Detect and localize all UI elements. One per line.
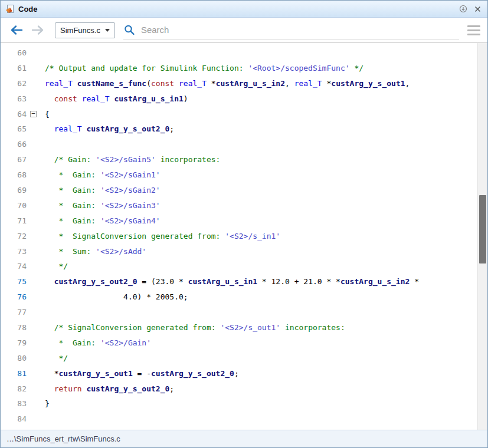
code-token: custArg_y_s_out2_0: [86, 124, 169, 133]
code-line[interactable]: 62real_T custName_s_func(const real_T *c…: [1, 76, 477, 91]
line-number: 60: [1, 45, 27, 61]
code-token: * Gain:: [45, 170, 100, 179]
code-line[interactable]: 75 custArg_y_s_out2_0 = (23.0 * custArg_…: [1, 274, 477, 289]
line-number: 65: [1, 121, 27, 137]
code-line[interactable]: 61/* Output and update for Simulink Func…: [1, 61, 477, 76]
file-selector[interactable]: SimFuncs.c: [55, 22, 115, 38]
code-token: *: [207, 79, 216, 88]
code-token: ;: [169, 384, 174, 393]
fold-gutter: [27, 381, 45, 397]
code-token: ;: [234, 369, 239, 378]
dock-pin-icon[interactable]: [458, 4, 469, 14]
status-file-path: …\SimFuncs_ert_rtw\SimFuncs.c: [6, 434, 120, 443]
close-icon[interactable]: [472, 4, 483, 14]
line-number: 61: [1, 61, 27, 76]
code-text: */: [45, 351, 68, 366]
block-link[interactable]: '<Root>/scopedSimFunc': [248, 64, 349, 73]
fold-toggle-icon[interactable]: −: [30, 111, 37, 117]
block-link[interactable]: '<S2>/sAdd': [96, 247, 146, 256]
fold-gutter: [27, 198, 45, 213]
code-text: custArg_y_s_out2_0 = (23.0 * custArg_u_s…: [45, 274, 419, 289]
code-line[interactable]: 63 const real_T custArg_u_s_in1): [1, 91, 477, 107]
fold-gutter: [27, 91, 45, 107]
code-lines: 6061/* Output and update for Simulink Fu…: [1, 43, 477, 430]
fold-gutter: [27, 289, 45, 305]
code-line[interactable]: 79 * Gain: '<S2>/Gain': [1, 335, 477, 351]
code-text: * SignalConversion generated from: '<S2>…: [45, 229, 280, 244]
code-line[interactable]: 71 * Gain: '<S2>/sGain4': [1, 213, 477, 229]
line-number: 78: [1, 320, 27, 335]
code-line[interactable]: 82 return custArg_y_s_out2_0;: [1, 381, 477, 397]
code-text: const real_T custArg_u_s_in1): [45, 91, 188, 107]
line-number: 72: [1, 229, 27, 244]
code-line[interactable]: 65 real_T custArg_y_s_out2_0;: [1, 121, 477, 137]
code-line[interactable]: 73 * Sum: '<S2>/sAdd': [1, 244, 477, 259]
code-text: real_T custName_s_func(const real_T *cus…: [45, 76, 410, 91]
code-token: [45, 124, 54, 133]
fold-gutter: [27, 411, 45, 427]
block-link[interactable]: '<S2>/Gain': [100, 338, 151, 347]
code-text: {: [45, 107, 50, 122]
code-token: custName_s_func: [77, 79, 146, 88]
line-number: 62: [1, 76, 27, 91]
fold-gutter: [27, 61, 45, 76]
code-token: custArg_u_s_in1: [188, 277, 257, 286]
code-line[interactable]: 76 4.0) * 2005.0;: [1, 289, 477, 305]
code-line[interactable]: 68 * Gain: '<S2>/sGain1': [1, 167, 477, 183]
fold-gutter: [27, 121, 45, 137]
code-text: * Gain: '<S2>/Gain': [45, 335, 151, 351]
code-line[interactable]: 81 *custArg_y_s_out1 = -custArg_y_s_out2…: [1, 366, 477, 381]
code-line[interactable]: 77: [1, 305, 477, 320]
title-bar[interactable]: Code: [1, 1, 487, 18]
fold-gutter: [27, 320, 45, 335]
code-line[interactable]: 80 */: [1, 351, 477, 366]
line-number: 70: [1, 198, 27, 213]
code-token: */: [45, 354, 68, 363]
code-line[interactable]: 69 * Gain: '<S2>/sGain2': [1, 183, 477, 198]
code-line[interactable]: 70 * Gain: '<S2>/sGain3': [1, 198, 477, 213]
code-line[interactable]: 67 /* Gain: '<S2>/sGain5' incorporates:: [1, 152, 477, 167]
line-number: 63: [1, 91, 27, 107]
code-line[interactable]: 78 /* SignalConversion generated from: '…: [1, 320, 477, 335]
code-token: real_T: [54, 124, 82, 133]
code-token: [45, 384, 54, 393]
code-token: */: [350, 64, 363, 73]
code-token: custArg_y_s_out2_0: [151, 369, 234, 378]
code-text: */: [45, 259, 68, 274]
line-number-highlighted: 81: [1, 366, 27, 381]
code-line[interactable]: 83}: [1, 396, 477, 411]
code-line[interactable]: 66: [1, 137, 477, 152]
code-token: const: [151, 79, 174, 88]
block-link[interactable]: '<S2>/s_out1': [220, 323, 280, 332]
search-icon: [123, 24, 135, 36]
block-link[interactable]: '<S2>/sGain4': [100, 216, 161, 225]
toolbar: SimFuncs.c: [1, 18, 487, 43]
code-text: *custArg_y_s_out1 = -custArg_y_s_out2_0;: [45, 366, 239, 381]
code-token: ,: [285, 79, 294, 88]
block-link[interactable]: '<S2>/sGain5': [96, 155, 156, 164]
block-link[interactable]: '<S2>/sGain3': [100, 201, 161, 210]
forward-button[interactable]: [30, 22, 45, 38]
code-line[interactable]: 64−{: [1, 107, 477, 122]
line-number: 71: [1, 213, 27, 229]
vertical-scrollbar[interactable]: [477, 43, 487, 430]
code-line[interactable]: 84: [1, 411, 477, 427]
code-token: * Gain:: [45, 338, 100, 347]
code-token: [73, 79, 77, 88]
block-link[interactable]: '<S2>/sGain1': [100, 170, 161, 179]
code-line[interactable]: 72 * SignalConversion generated from: '<…: [1, 229, 477, 244]
code-token: ;: [169, 124, 174, 133]
fold-gutter: −: [27, 107, 45, 122]
menu-icon[interactable]: [467, 25, 480, 35]
code-line[interactable]: 60: [1, 45, 477, 61]
back-button[interactable]: [9, 22, 24, 38]
line-number: 66: [1, 137, 27, 152]
fold-gutter: [27, 259, 45, 274]
scrollbar-thumb[interactable]: [479, 195, 486, 263]
search-input[interactable]: [140, 24, 459, 35]
code-token: * SignalConversion generated from:: [45, 232, 225, 241]
block-link[interactable]: '<S2>/s_in1': [225, 232, 280, 241]
code-line[interactable]: 74 */: [1, 259, 477, 274]
block-link[interactable]: '<S2>/sGain2': [100, 186, 161, 195]
fold-gutter: [27, 274, 45, 289]
